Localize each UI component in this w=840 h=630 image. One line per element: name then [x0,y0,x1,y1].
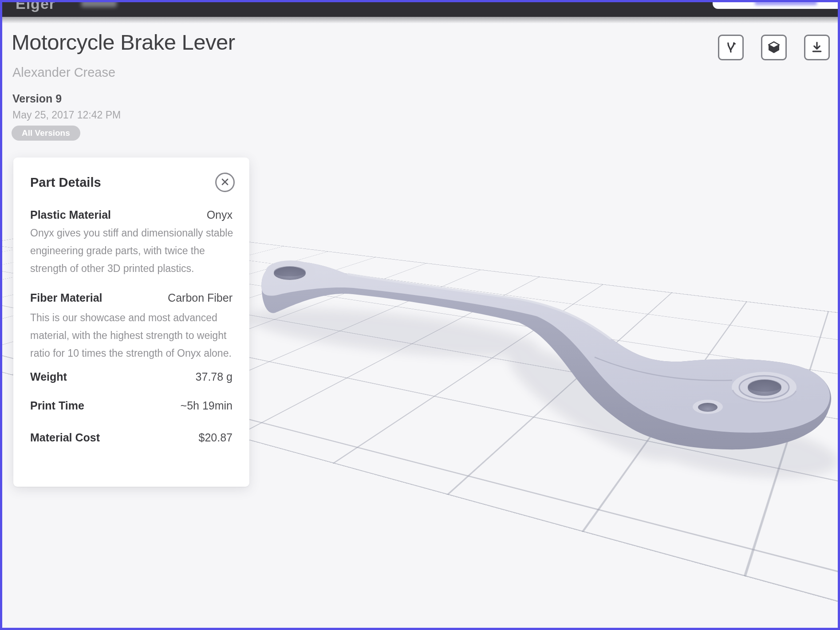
panel-title: Part Details [30,175,101,190]
fiber-description: This is our showcase and most advanced m… [30,309,238,362]
version-label: Version 9 [12,92,62,105]
detail-row-material-cost: Material Cost $20.87 [30,431,233,444]
download-button[interactable] [804,35,830,60]
navbar-account-button[interactable] [713,2,838,9]
detail-label: Fiber Material [30,291,103,304]
eiger-logo[interactable]: Eiger [16,2,55,12]
part-details-panel: Part Details Plastic Material Onyx Onyx … [13,158,249,487]
detail-value: Carbon Fiber [168,291,233,304]
part-author: Alexander Crease [12,65,115,80]
detail-value: $20.87 [199,431,233,444]
detail-label: Plastic Material [30,209,111,221]
page-title: Motorcycle Brake Lever [12,30,235,55]
app-window: Eiger Motorcycle Brake Lever Alexander C… [0,0,840,630]
close-icon [221,178,229,187]
download-icon [810,41,824,54]
top-navbar: Eiger [2,2,838,17]
navbar-secondary-text [81,2,117,7]
detail-value: ~5h 19min [181,399,233,412]
plastic-description: Onyx gives you stiff and dimensionally s… [30,224,238,277]
view-3d-button[interactable] [761,35,787,60]
detail-row-print-time: Print Time ~5h 19min [30,399,233,412]
detail-value: Onyx [207,209,233,221]
detail-row-weight: Weight 37.78 g [30,370,233,383]
fork-icon [724,41,737,54]
fork-version-button[interactable] [718,35,744,60]
viewer-toolbar [718,35,830,60]
cube-3d-icon [767,40,781,55]
detail-label: Weight [30,370,67,383]
navbar-account-label [755,2,817,5]
close-panel-button[interactable] [215,173,235,192]
all-versions-button[interactable]: All Versions [12,126,80,141]
version-date: May 25, 2017 12:42 PM [12,109,121,121]
detail-label: Print Time [30,399,84,412]
detail-label: Material Cost [30,431,100,444]
detail-value: 37.78 g [196,370,233,383]
detail-row-fiber: Fiber Material Carbon Fiber [30,291,233,304]
detail-row-plastic: Plastic Material Onyx [30,209,233,221]
